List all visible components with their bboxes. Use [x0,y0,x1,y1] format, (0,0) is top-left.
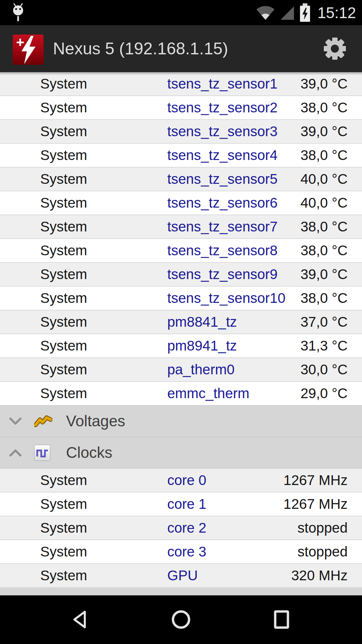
row-sensor-link[interactable]: tsens_tz_sensor10 [167,286,286,310]
row-value: 39,0 °C [300,263,348,286]
row-source: System [40,334,87,358]
row-value: 38,0 °C [300,144,348,167]
table-row[interactable]: System tsens_tz_sensor10 38,0 °C [0,286,362,310]
row-value: 31,3 °C [300,334,348,358]
sensor-list: System tsens_tz_sensor1 39,0 °C System t… [0,72,362,595]
phone-screen: 15:12 + Nexus 5 (192.168.1.15) [0,0,362,644]
row-value: 1267 MHz [284,492,348,516]
row-sensor-link[interactable]: core 2 [167,516,206,540]
row-value: 37,0 °C [300,310,348,334]
row-sensor-link[interactable]: GPU [167,564,198,587]
overview-button[interactable] [272,609,292,630]
row-value: 38,0 °C [300,239,348,262]
row-sensor-link[interactable]: core 1 [167,492,206,516]
row-sensor-link[interactable]: tsens_tz_sensor6 [167,191,278,215]
row-value: 1267 MHz [284,469,348,492]
row-value: 320 MHz [291,564,348,587]
row-value: 39,0 °C [300,72,348,96]
table-row[interactable]: System pm8941_tz 31,3 °C [0,334,362,358]
row-source: System [40,564,87,587]
table-row[interactable]: System tsens_tz_sensor4 38,0 °C [0,144,362,167]
chevron-up-icon[interactable] [9,449,22,457]
row-sensor-link[interactable]: tsens_tz_sensor7 [167,215,278,238]
clock-rows: System core 0 1267 MHz System core 1 126… [0,469,362,588]
table-row[interactable]: System pa_therm0 30,0 °C [0,358,362,382]
row-value: stopped [298,516,348,540]
table-row[interactable]: System tsens_tz_sensor6 40,0 °C [0,191,362,215]
row-value: 38,0 °C [300,286,348,310]
row-sensor-link[interactable]: core 3 [167,540,206,564]
row-value: 38,0 °C [300,215,348,238]
row-source: System [40,310,87,334]
table-row[interactable]: System tsens_tz_sensor1 39,0 °C [0,72,362,96]
page-title: Nexus 5 (192.168.1.15) [53,25,228,72]
home-button[interactable] [171,609,191,630]
voltage-lightning-icon [34,415,52,427]
row-value: 30,0 °C [300,358,348,381]
row-value: 29,0 °C [300,382,348,405]
row-source: System [40,144,87,167]
row-sensor-link[interactable]: emmc_therm [167,382,249,405]
table-row[interactable]: System pm8841_tz 37,0 °C [0,310,362,334]
row-sensor-link[interactable]: tsens_tz_sensor1 [167,72,278,96]
row-sensor-link[interactable]: pa_therm0 [167,358,235,381]
row-source: System [40,120,87,143]
table-row[interactable]: System core 3 stopped [0,540,362,564]
table-row[interactable]: System tsens_tz_sensor9 39,0 °C [0,263,362,286]
table-row[interactable]: System emmc_therm 29,0 °C [0,382,362,406]
app-bar: + Nexus 5 (192.168.1.15) [0,25,362,72]
section-label: Voltages [66,406,125,437]
row-source: System [40,358,87,381]
navigation-bar [0,595,362,644]
lightning-bolt-icon [17,36,39,64]
section-label: Clocks [66,437,112,468]
table-row[interactable]: System tsens_tz_sensor7 38,0 °C [0,215,362,239]
battery-charging-icon [299,3,311,22]
table-row[interactable]: System core 0 1267 MHz [0,469,362,492]
row-sensor-link[interactable]: tsens_tz_sensor3 [167,120,278,143]
wifi-icon [256,5,275,20]
row-value: 39,0 °C [300,120,348,143]
row-source: System [40,215,87,238]
table-row[interactable]: System tsens_tz_sensor8 38,0 °C [0,239,362,263]
row-value: 40,0 °C [300,167,348,191]
section-header-clocks[interactable]: Clocks [0,437,362,469]
row-sensor-link[interactable]: tsens_tz_sensor4 [167,144,278,167]
chevron-down-icon[interactable] [9,417,22,425]
row-sensor-link[interactable]: pm8941_tz [167,334,237,358]
row-source: System [40,167,87,191]
row-sensor-link[interactable]: core 0 [167,469,206,492]
row-value: stopped [298,540,348,564]
status-bar: 15:12 [0,0,362,25]
status-time: 15:12 [317,4,356,22]
row-source: System [40,72,87,96]
row-source: System [40,239,87,262]
temperature-rows: System tsens_tz_sensor1 39,0 °C System t… [0,72,362,406]
row-sensor-link[interactable]: pm8841_tz [167,310,237,334]
row-source: System [40,286,87,310]
table-row[interactable]: System tsens_tz_sensor3 39,0 °C [0,120,362,144]
square-wave-icon [34,445,50,461]
row-source: System [40,96,87,119]
settings-gear-icon[interactable] [324,38,346,60]
row-sensor-link[interactable]: tsens_tz_sensor9 [167,263,278,286]
row-source: System [40,492,87,516]
back-button[interactable] [71,609,91,630]
row-value: 40,0 °C [300,191,348,215]
table-row[interactable]: System tsens_tz_sensor5 40,0 °C [0,167,362,191]
row-sensor-link[interactable]: tsens_tz_sensor2 [167,96,278,119]
row-source: System [40,382,87,405]
row-sensor-link[interactable]: tsens_tz_sensor5 [167,167,278,191]
cell-signal-icon [280,5,295,20]
section-header-voltages[interactable]: Voltages [0,406,362,437]
table-row[interactable]: System tsens_tz_sensor2 38,0 °C [0,96,362,120]
table-row[interactable]: System core 2 stopped [0,516,362,540]
droid-notification-icon [9,2,27,23]
table-row[interactable]: System core 1 1267 MHz [0,492,362,516]
row-sensor-link[interactable]: tsens_tz_sensor8 [167,239,278,262]
partial-section-header [0,588,362,595]
table-row[interactable]: System GPU 320 MHz [0,564,362,588]
row-source: System [40,540,87,564]
row-source: System [40,516,87,540]
row-source: System [40,469,87,492]
